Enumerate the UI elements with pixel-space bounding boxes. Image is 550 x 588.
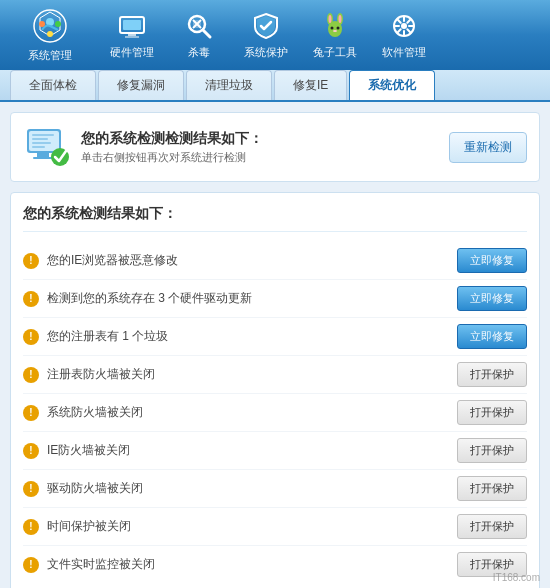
result-left: ! 您的注册表有 1 个垃圾: [23, 328, 457, 345]
result-text: 文件实时监控被关闭: [47, 556, 155, 573]
nav-rabbit-label: 兔子工具: [313, 45, 357, 60]
protect-button-6[interactable]: 打开保护: [457, 476, 527, 501]
nav-hardware[interactable]: 硬件管理: [100, 6, 164, 64]
svg-rect-29: [32, 134, 54, 136]
tab-clean-junk[interactable]: 清理垃圾: [186, 70, 272, 100]
result-text: 系统防火墙被关闭: [47, 404, 143, 421]
result-row: ! 驱动防火墙被关闭 打开保护: [23, 470, 527, 508]
result-row: ! IE防火墙被关闭 打开保护: [23, 432, 527, 470]
fix-button-0[interactable]: 立即修复: [457, 248, 527, 273]
svg-point-2: [39, 21, 45, 27]
protect-button-7[interactable]: 打开保护: [457, 514, 527, 539]
results-title: 您的系统检测结果如下：: [23, 205, 527, 232]
result-row: ! 时间保护被关闭 打开保护: [23, 508, 527, 546]
svg-rect-30: [32, 138, 48, 140]
svg-point-3: [55, 21, 61, 27]
warn-icon: !: [23, 481, 39, 497]
result-row: ! 注册表防火墙被关闭 打开保护: [23, 356, 527, 394]
result-text: 注册表防火墙被关闭: [47, 366, 155, 383]
result-left: ! 注册表防火墙被关闭: [23, 366, 457, 383]
nav-protect[interactable]: 系统保护: [234, 6, 298, 64]
logo-button[interactable]: 系统管理: [10, 6, 90, 64]
warn-icon: !: [23, 557, 39, 573]
computer-icon: [23, 123, 71, 171]
warn-icon: !: [23, 367, 39, 383]
hardware-icon: [116, 11, 148, 41]
tab-repair-missing[interactable]: 修复漏洞: [98, 70, 184, 100]
protect-button-4[interactable]: 打开保护: [457, 400, 527, 425]
status-left: 您的系统检测检测结果如下： 单击右侧按钮再次对系统进行检测: [23, 123, 263, 171]
svg-rect-6: [123, 20, 141, 30]
tab-full-check[interactable]: 全面体检: [10, 70, 96, 100]
status-text: 您的系统检测检测结果如下： 单击右侧按钮再次对系统进行检测: [81, 130, 263, 165]
nav-protect-label: 系统保护: [244, 45, 288, 60]
warn-icon: !: [23, 519, 39, 535]
result-row: ! 您的IE浏览器被恶意修改 立即修复: [23, 242, 527, 280]
result-left: ! 时间保护被关闭: [23, 518, 457, 535]
svg-point-20: [337, 26, 340, 29]
result-left: ! 文件实时监控被关闭: [23, 556, 457, 573]
svg-rect-26: [37, 153, 49, 157]
result-left: ! 驱动防火墙被关闭: [23, 480, 457, 497]
result-row: ! 检测到您的系统存在 3 个硬件驱动更新 立即修复: [23, 280, 527, 318]
protect-button-3[interactable]: 打开保护: [457, 362, 527, 387]
tab-bar: 全面体检 修复漏洞 清理垃圾 修复IE 系统优化: [0, 70, 550, 102]
recheck-button[interactable]: 重新检测: [449, 132, 527, 163]
warn-icon: !: [23, 253, 39, 269]
main-content: 您的系统检测检测结果如下： 单击右侧按钮再次对系统进行检测 重新检测 您的系统检…: [0, 102, 550, 588]
nav-software-label: 软件管理: [382, 45, 426, 60]
nav-kill-label: 杀毒: [188, 45, 210, 60]
tab-repair-ie[interactable]: 修复IE: [274, 70, 347, 100]
result-text: 您的IE浏览器被恶意修改: [47, 252, 178, 269]
svg-rect-8: [125, 36, 139, 38]
logo-icon: [32, 8, 68, 44]
nav-software[interactable]: 软件管理: [372, 6, 436, 64]
svg-rect-7: [128, 33, 136, 36]
svg-point-17: [329, 15, 332, 23]
result-left: ! 您的IE浏览器被恶意修改: [23, 252, 457, 269]
rabbit-icon: [319, 11, 351, 41]
watermark: IT168.com: [493, 572, 540, 583]
svg-point-21: [333, 30, 337, 32]
protect-icon: [250, 11, 282, 41]
svg-point-4: [47, 31, 53, 37]
software-icon: [388, 11, 420, 41]
status-banner: 您的系统检测检测结果如下： 单击右侧按钮再次对系统进行检测 重新检测: [10, 112, 540, 182]
svg-point-19: [331, 26, 334, 29]
fix-button-1[interactable]: 立即修复: [457, 286, 527, 311]
top-navigation: 系统管理 硬件管理 杀毒: [0, 0, 550, 70]
svg-line-10: [203, 30, 210, 37]
warn-icon: !: [23, 405, 39, 421]
tab-optimize[interactable]: 系统优化: [349, 70, 435, 100]
nav-rabbit[interactable]: 兔子工具: [303, 6, 367, 64]
result-text: 时间保护被关闭: [47, 518, 131, 535]
protect-button-5[interactable]: 打开保护: [457, 438, 527, 463]
warn-icon: !: [23, 291, 39, 307]
svg-point-23: [401, 23, 407, 29]
status-subtitle: 单击右侧按钮再次对系统进行检测: [81, 150, 263, 165]
kill-icon: [183, 11, 215, 41]
svg-rect-27: [33, 157, 53, 159]
status-title: 您的系统检测检测结果如下：: [81, 130, 263, 148]
warn-icon: !: [23, 443, 39, 459]
result-text: IE防火墙被关闭: [47, 442, 130, 459]
result-left: ! 检测到您的系统存在 3 个硬件驱动更新: [23, 290, 457, 307]
results-section: 您的系统检测结果如下： ! 您的IE浏览器被恶意修改 立即修复 ! 检测到您的系…: [10, 192, 540, 588]
result-left: ! IE防火墙被关闭: [23, 442, 457, 459]
warn-icon: !: [23, 329, 39, 345]
nav-kill[interactable]: 杀毒: [169, 6, 229, 64]
nav-hardware-label: 硬件管理: [110, 45, 154, 60]
result-left: ! 系统防火墙被关闭: [23, 404, 457, 421]
result-row: ! 您的注册表有 1 个垃圾 立即修复: [23, 318, 527, 356]
result-text: 驱动防火墙被关闭: [47, 480, 143, 497]
svg-point-18: [339, 15, 342, 23]
result-text: 您的注册表有 1 个垃圾: [47, 328, 168, 345]
result-text: 检测到您的系统存在 3 个硬件驱动更新: [47, 290, 252, 307]
logo-label: 系统管理: [28, 48, 72, 63]
svg-rect-31: [32, 142, 51, 144]
fix-button-2[interactable]: 立即修复: [457, 324, 527, 349]
result-row: ! 系统防火墙被关闭 打开保护: [23, 394, 527, 432]
svg-rect-32: [32, 146, 45, 148]
result-row: ! 文件实时监控被关闭 打开保护: [23, 546, 527, 583]
